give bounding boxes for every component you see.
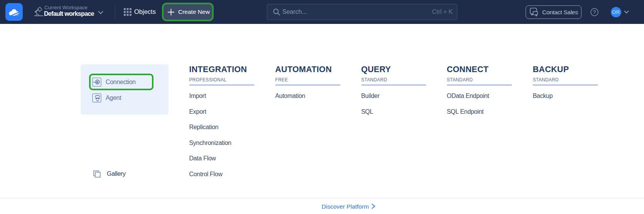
svg-text:?: ? <box>593 9 596 15</box>
